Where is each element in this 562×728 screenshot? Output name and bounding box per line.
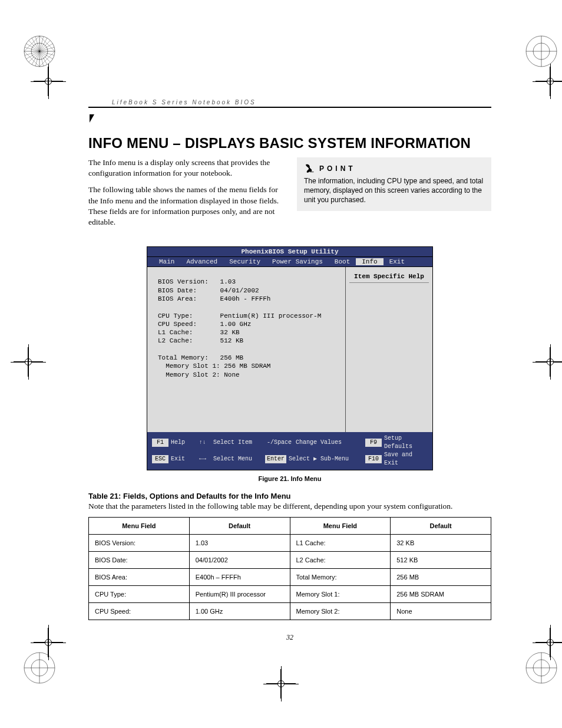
table-cell: None bbox=[391, 603, 491, 620]
col-menu-field: Menu Field bbox=[290, 518, 391, 535]
key-esc: ESC bbox=[152, 455, 168, 463]
svg-rect-26 bbox=[310, 172, 314, 172]
reg-mark-icon bbox=[24, 35, 55, 67]
table-cell: 04/01/2002 bbox=[189, 552, 290, 569]
table-cell: L2 Cache: bbox=[290, 552, 391, 569]
intro-p2: The following table shows the names of t… bbox=[88, 185, 283, 228]
running-head: LifeBook S Series Notebook BIOS bbox=[88, 99, 491, 108]
foot-defaults: Setup Defaults bbox=[384, 434, 428, 451]
bios-info: BIOS Version: 1.03 BIOS Date: 04/01/2002… bbox=[147, 267, 345, 432]
table-cell: 256 MB SDRAM bbox=[391, 586, 491, 603]
table-cell: Memory Slot 2: bbox=[290, 603, 391, 620]
table-cell: BIOS Version: bbox=[89, 535, 190, 552]
bios-tab-main: Main bbox=[153, 258, 180, 265]
table-cell: 1.00 GHz bbox=[189, 603, 290, 620]
table-cell: 32 KB bbox=[391, 535, 491, 552]
caret-icon bbox=[90, 114, 94, 123]
col-default: Default bbox=[189, 518, 290, 535]
table-row: CPU Type:Pentium(R) III processorMemory … bbox=[89, 586, 491, 603]
bios-tab-exit: Exit bbox=[384, 258, 411, 265]
key-enter: Enter bbox=[265, 455, 286, 463]
crop-mark-icon bbox=[538, 64, 562, 99]
table-note: Note that the parameters listed in the f… bbox=[88, 502, 491, 511]
defaults-table: Menu Field Default Menu Field Default BI… bbox=[88, 517, 491, 620]
foot-help: Help bbox=[171, 439, 185, 447]
table-row: BIOS Version:1.03L1 Cache:32 KB bbox=[89, 535, 491, 552]
table-head: Menu Field Default Menu Field Default bbox=[89, 518, 491, 535]
crop-mark-icon bbox=[31, 625, 66, 660]
bios-tab-boot: Boot bbox=[329, 258, 356, 265]
table-cell: Total Memory: bbox=[290, 569, 391, 586]
table-cell: Pentium(R) III processor bbox=[189, 586, 290, 603]
table-cell: E400h – FFFFh bbox=[189, 569, 290, 586]
key-f10: F10 bbox=[365, 455, 382, 463]
crop-mark-icon bbox=[533, 344, 562, 380]
bios-help-panel: Item Specific Help bbox=[345, 267, 432, 432]
point-callout: POINT The information, including CPU typ… bbox=[297, 157, 491, 211]
point-icon bbox=[304, 163, 315, 174]
key-f1: F1 bbox=[152, 439, 168, 447]
foot-submenu: Select ▶ Sub-Menu bbox=[289, 455, 349, 463]
table-cell: Memory Slot 1: bbox=[290, 586, 391, 603]
bios-screenshot: PhoenixBIOS Setup Utility MainAdvancedSe… bbox=[147, 246, 433, 470]
table-cell: CPU Type: bbox=[89, 586, 190, 603]
crop-mark-icon bbox=[11, 344, 46, 380]
table-title: Table 21: Fields, Options and Defaults f… bbox=[88, 492, 491, 500]
foot-exit: Exit bbox=[171, 455, 185, 463]
table-row: BIOS Area:E400h – FFFFhTotal Memory:256 … bbox=[89, 569, 491, 586]
bios-title: PhoenixBIOS Setup Utility bbox=[147, 247, 432, 257]
key-arrows-v: ↑↓ bbox=[194, 439, 211, 447]
table-row: BIOS Date:04/01/2002L2 Cache:512 KB bbox=[89, 552, 491, 569]
table-cell: BIOS Area: bbox=[89, 569, 190, 586]
reg-mark-icon bbox=[525, 35, 557, 67]
crop-mark-icon bbox=[538, 625, 562, 660]
table-cell: 256 MB bbox=[391, 569, 491, 586]
point-body: The information, including CPU type and … bbox=[304, 176, 484, 205]
intro-left: The Info menu is a display only screens … bbox=[88, 157, 283, 233]
key-f9: F9 bbox=[365, 439, 382, 447]
crop-mark-icon bbox=[31, 64, 66, 99]
col-default: Default bbox=[391, 518, 491, 535]
bios-tab-advanced: Advanced bbox=[180, 258, 223, 265]
point-label: POINT bbox=[319, 164, 356, 173]
bios-help-head: Item Specific Help bbox=[349, 273, 429, 283]
foot-select-menu: Select Menu bbox=[213, 455, 252, 463]
intro-p1: The Info menu is a display only screens … bbox=[88, 157, 283, 179]
table-row: CPU Speed:1.00 GHzMemory Slot 2:None bbox=[89, 603, 491, 620]
intro-right: POINT The information, including CPU typ… bbox=[297, 157, 491, 233]
table-cell: 512 KB bbox=[391, 552, 491, 569]
bios-tab-power-savings: Power Savings bbox=[266, 258, 329, 265]
table-cell: 1.03 bbox=[189, 535, 290, 552]
bios-tab-info: Info bbox=[356, 258, 383, 265]
key-space: -/Space bbox=[265, 439, 293, 447]
bios-tabs: MainAdvancedSecurityPower SavingsBootInf… bbox=[147, 257, 432, 267]
page-number: 32 bbox=[88, 633, 491, 642]
table-cell: BIOS Date: bbox=[89, 552, 190, 569]
foot-change: Change Values bbox=[296, 439, 342, 447]
foot-save: Save and Exit bbox=[384, 451, 428, 467]
col-menu-field: Menu Field bbox=[89, 518, 190, 535]
table-cell: CPU Speed: bbox=[89, 603, 190, 620]
table-cell: L1 Cache: bbox=[290, 535, 391, 552]
figure-caption: Figure 21. Info Menu bbox=[88, 475, 491, 482]
bios-tab-security: Security bbox=[223, 258, 266, 265]
foot-select-item: Select Item bbox=[213, 439, 252, 447]
bios-footer: F1Help ↑↓Select Item -/SpaceChange Value… bbox=[147, 432, 432, 470]
key-arrows-h: ←→ bbox=[194, 455, 211, 463]
crop-mark-icon bbox=[263, 666, 299, 701]
page-title: INFO MENU – DISPLAYS BASIC SYSTEM INFORM… bbox=[88, 135, 491, 151]
